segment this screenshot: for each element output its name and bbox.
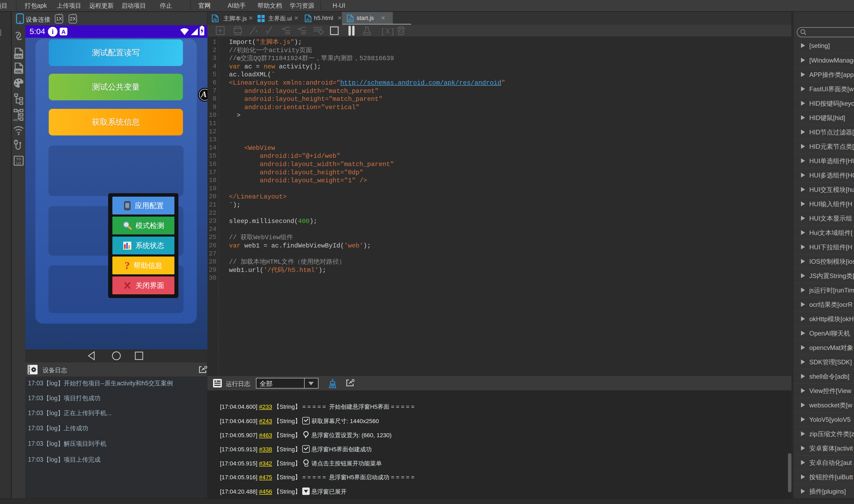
svg-text:YO: YO (16, 157, 21, 161)
svg-text:Js: Js (306, 18, 310, 21)
svg-text:LO: LO (16, 161, 21, 165)
svg-text:APK: APK (15, 55, 22, 58)
svg-text:HID: HID (13, 119, 18, 122)
svg-text:Js: Js (213, 18, 217, 21)
svg-text:Js: Js (348, 18, 352, 21)
svg-text:*: * (265, 30, 268, 36)
svg-text:[X]: [X] (381, 27, 395, 36)
svg-text:XML: XML (15, 70, 22, 73)
svg-text:*: * (255, 30, 258, 36)
